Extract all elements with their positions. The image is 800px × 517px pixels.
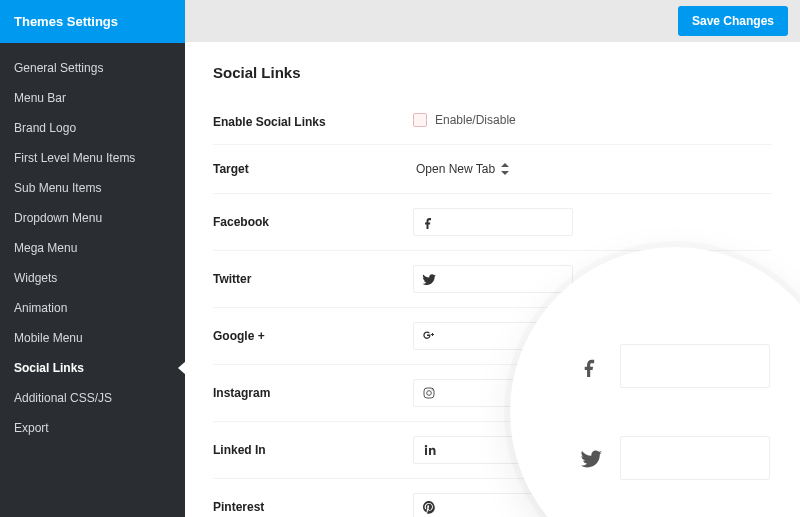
select-sort-icon	[501, 163, 509, 175]
sidebar-item-social-links[interactable]: Social Links	[0, 353, 185, 383]
zoom-twitter-row	[580, 436, 770, 480]
googleplus-label: Google +	[213, 308, 413, 365]
checkbox-icon	[413, 113, 427, 127]
target-select-value: Open New Tab	[416, 162, 495, 176]
twitter-input[interactable]	[413, 265, 573, 293]
enable-social-links-checkbox-label: Enable/Disable	[435, 113, 516, 127]
pinterest-label: Pinterest	[213, 479, 413, 518]
target-select[interactable]: Open New Tab	[413, 159, 512, 179]
instagram-label: Instagram	[213, 365, 413, 422]
sidebar-item-mobile-menu[interactable]: Mobile Menu	[0, 323, 185, 353]
sidebar-item-menu-bar[interactable]: Menu Bar	[0, 83, 185, 113]
facebook-icon	[422, 215, 436, 229]
row-enable-social-links: Enable Social Links Enable/Disable	[213, 99, 772, 145]
instagram-icon	[422, 386, 436, 400]
sidebar-item-first-level-menu-items[interactable]: First Level Menu Items	[0, 143, 185, 173]
row-facebook: Facebook	[213, 194, 772, 251]
sidebar-item-additional-css-js[interactable]: Additional CSS/JS	[0, 383, 185, 413]
linkedin-icon	[422, 443, 436, 457]
sidebar-item-export[interactable]: Export	[0, 413, 185, 443]
zoom-facebook-input	[620, 344, 770, 388]
main-panel: Save Changes Social Links Enable Social …	[185, 0, 800, 517]
enable-social-links-checkbox[interactable]: Enable/Disable	[413, 113, 516, 127]
sidebar-item-sub-menu-items[interactable]: Sub Menu Items	[0, 173, 185, 203]
zoom-facebook-row	[580, 344, 770, 388]
sidebar-item-widgets[interactable]: Widgets	[0, 263, 185, 293]
sidebar-item-animation[interactable]: Animation	[0, 293, 185, 323]
save-changes-button[interactable]: Save Changes	[678, 6, 788, 36]
sidebar-title: Themes Settings	[0, 0, 185, 43]
facebook-input[interactable]	[413, 208, 573, 236]
topbar: Save Changes	[185, 0, 800, 42]
enable-social-links-label: Enable Social Links	[213, 99, 413, 145]
sidebar-nav: General Settings Menu Bar Brand Logo Fir…	[0, 43, 185, 453]
sidebar-item-general-settings[interactable]: General Settings	[0, 53, 185, 83]
linkedin-label: Linked In	[213, 422, 413, 479]
facebook-label: Facebook	[213, 194, 413, 251]
twitter-label: Twitter	[213, 251, 413, 308]
sidebar-item-mega-menu[interactable]: Mega Menu	[0, 233, 185, 263]
page-title: Social Links	[213, 64, 772, 81]
twitter-icon	[422, 272, 436, 286]
twitter-icon	[580, 447, 602, 469]
row-target: Target Open New Tab	[213, 145, 772, 194]
googleplus-icon	[422, 329, 436, 343]
zoom-twitter-input	[620, 436, 770, 480]
pinterest-icon	[422, 500, 436, 514]
settings-sidebar: Themes Settings General Settings Menu Ba…	[0, 0, 185, 517]
settings-content: Social Links Enable Social Links Enable/…	[185, 42, 800, 517]
target-label: Target	[213, 145, 413, 194]
sidebar-item-brand-logo[interactable]: Brand Logo	[0, 113, 185, 143]
facebook-icon	[580, 355, 602, 377]
sidebar-item-dropdown-menu[interactable]: Dropdown Menu	[0, 203, 185, 233]
